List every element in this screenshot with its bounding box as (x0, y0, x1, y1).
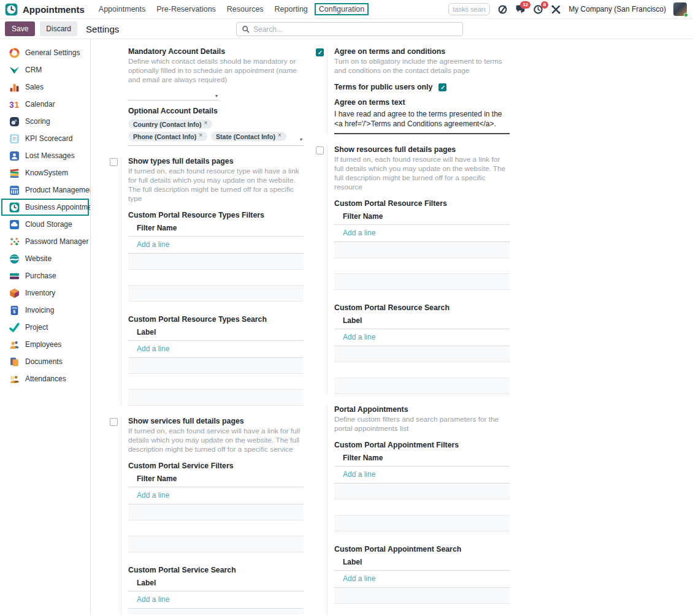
sidebar-item-sales[interactable]: Sales (1, 78, 89, 96)
sidebar-item-crm[interactable]: CRM (1, 61, 89, 78)
sidebar-item-website[interactable]: Website (1, 250, 89, 267)
save-button[interactable]: Save (5, 21, 35, 36)
search-input[interactable] (253, 25, 458, 34)
add-a-line-link[interactable]: Add a line (128, 591, 304, 609)
sidebar-item-label: Scoring (25, 117, 50, 126)
menu-configuration[interactable]: Configuration (315, 3, 369, 15)
debug-tools-icon[interactable] (551, 4, 561, 15)
sidebar-item-general-settings[interactable]: General Settings (1, 44, 89, 61)
company-switcher[interactable]: My Company (San Francisco) (569, 5, 666, 13)
sidebar-item-label: KPI Scorecard (25, 134, 72, 143)
add-a-line-link[interactable]: Add a line (334, 329, 510, 346)
table-heading: Custom Portal Resource Types Filters (128, 211, 304, 219)
sidebar-item-purchase[interactable]: Purchase (1, 267, 89, 284)
sales-icon (9, 82, 20, 93)
column-header: Label (334, 555, 510, 571)
sidebar-item-documents[interactable]: Documents (1, 353, 89, 370)
sidebar-item-label: Employees (25, 340, 61, 349)
mandatory-details-field[interactable]: ▾ (128, 91, 219, 101)
terms-public-users-checkbox[interactable] (438, 83, 446, 91)
add-a-line-link[interactable]: Add a line (128, 341, 304, 358)
portal-appointments-section: Portal Appointments Define custom filter… (316, 405, 510, 615)
menu-appointments[interactable]: Appointments (94, 3, 150, 15)
empty-row (334, 258, 510, 274)
tag[interactable]: Country (Contact Info)× (128, 120, 212, 129)
terms-public-users-label: Terms for public users only (334, 83, 432, 91)
crm-icon (9, 65, 20, 75)
tag-remove-icon[interactable]: × (204, 120, 207, 126)
activities-icon[interactable]: 8 (533, 4, 543, 15)
scoring-icon (9, 116, 20, 127)
table-heading: Custom Portal Resource Search (334, 303, 510, 312)
sidebar-item-label: Project (25, 323, 48, 332)
messages-icon[interactable]: 12 (515, 4, 526, 15)
sidebar-item-cloud-storage[interactable]: Cloud Storage (1, 216, 89, 233)
empty-row (334, 274, 510, 290)
sidebar-item-password-manager[interactable]: Password Manager (1, 233, 89, 250)
tag[interactable]: Phone (Contact Info)× (128, 132, 207, 141)
top-navbar: Appointments Appointments Pre-Reservatio… (0, 0, 693, 19)
sidebar-item-scoring[interactable]: Scoring (1, 113, 89, 130)
discuss-icon[interactable] (497, 4, 508, 15)
appointments-app-icon[interactable] (5, 3, 18, 16)
sidebar-item-calendar[interactable]: 31Calendar (1, 96, 89, 113)
sidebar-item-inventory[interactable]: Inventory (1, 284, 89, 302)
show-types-checkbox[interactable] (110, 158, 118, 166)
tasks-search-input[interactable] (448, 3, 490, 15)
empty-row (128, 358, 304, 374)
appointment-search-table: Custom Portal Appointment SearchLabelAdd… (334, 545, 510, 615)
sidebar-item-kpi-scorecard[interactable]: KPI Scorecard (1, 130, 89, 147)
discard-button[interactable]: Discard (40, 21, 77, 36)
lost-messages-icon (9, 151, 20, 161)
sidebar-item-invoicing[interactable]: $Invoicing (1, 302, 89, 319)
sidebar-item-label: Sales (25, 83, 44, 91)
website-icon (9, 254, 20, 264)
sidebar-item-attendances[interactable]: Attendances (1, 370, 89, 387)
column-header: Label (128, 325, 304, 341)
agree-terms-textarea[interactable]: I have read and agree to the terms prese… (334, 110, 510, 134)
service-search-table: Custom Portal Service SearchLabelAdd a l… (128, 566, 304, 615)
sidebar-item-label: CRM (25, 66, 42, 74)
empty-row (128, 390, 304, 406)
left-column: Mandatory Account Details Define which c… (110, 47, 304, 615)
empty-row (334, 484, 510, 500)
sidebar-item-employees[interactable]: Employees (1, 336, 89, 353)
add-a-line-link[interactable]: Add a line (128, 487, 304, 504)
table-heading: Custom Portal Appointment Filters (334, 441, 510, 449)
user-avatar[interactable] (673, 2, 687, 16)
inventory-icon (9, 288, 20, 298)
sidebar-item-product-management[interactable]: Product Management (1, 181, 89, 199)
control-panel: Save Discard Settings (0, 19, 693, 39)
agree-terms-section: Agree on terms and conditions Turn on to… (316, 47, 510, 134)
tag-remove-icon[interactable]: × (199, 132, 202, 139)
sidebar-item-lost-messages[interactable]: Lost Messages (1, 147, 89, 164)
add-a-line-link[interactable]: Add a line (128, 237, 304, 254)
chevron-down-icon: ▾ (215, 94, 219, 100)
add-a-line-link[interactable]: Add a line (334, 225, 510, 242)
add-a-line-link[interactable]: Add a line (334, 466, 510, 484)
sidebar-item-project[interactable]: Project (1, 319, 89, 336)
account-details-section: Mandatory Account Details Define which c… (110, 47, 304, 146)
sidebar-item-business-appointments[interactable]: Business Appointments (1, 199, 89, 216)
sidebar-item-label: Documents (25, 357, 63, 366)
search-box[interactable] (236, 22, 463, 36)
column-header: Filter Name (334, 209, 510, 225)
show-services-checkbox[interactable] (110, 418, 118, 426)
table-heading: Custom Portal Resource Filters (334, 199, 510, 208)
app-name[interactable]: Appointments (23, 4, 85, 15)
show-resources-checkbox[interactable] (316, 146, 324, 154)
sidebar-item-label: Calendar (25, 100, 55, 108)
tag[interactable]: State (Contact Info)× (211, 132, 286, 141)
sidebar-item-label: Cloud Storage (25, 220, 72, 229)
chevron-down-icon: ▾ (300, 137, 304, 143)
show-resources-description: If turned on, each found resource will h… (334, 155, 510, 192)
menu-pre-reservations[interactable]: Pre-Reservations (152, 3, 220, 15)
agree-terms-checkbox[interactable] (316, 48, 324, 56)
add-a-line-link[interactable]: Add a line (334, 571, 510, 588)
tag-remove-icon[interactable]: × (278, 132, 281, 139)
menu-resources[interactable]: Resources (223, 3, 268, 15)
menu-reporting[interactable]: Reporting (270, 3, 312, 15)
sidebar-item-knowsystem[interactable]: KnowSystem (1, 164, 89, 181)
empty-row (128, 286, 304, 302)
optional-details-field[interactable]: Country (Contact Info)×Phone (Contact In… (128, 117, 304, 146)
